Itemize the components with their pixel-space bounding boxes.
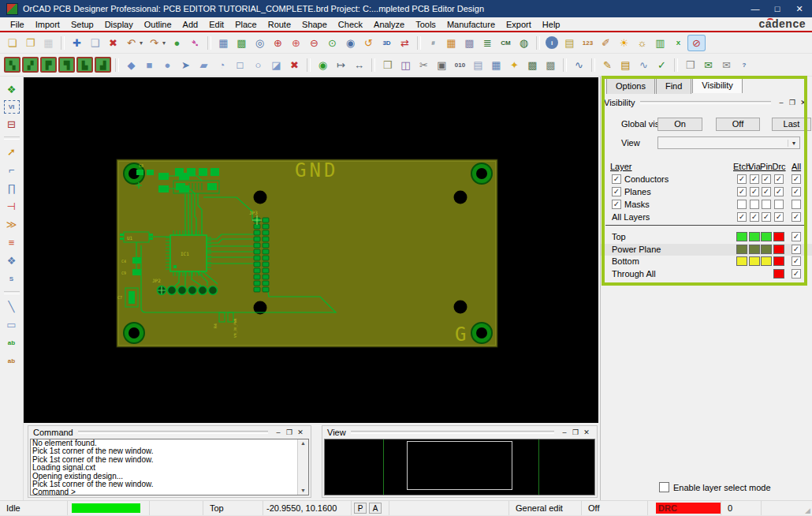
scroll-down-icon[interactable]: ▼	[300, 487, 306, 495]
pin-grid-icon[interactable]: ▩	[542, 58, 559, 73]
snapshot-icon[interactable]: ▣	[434, 58, 450, 73]
dehilight-icon[interactable]: ✐	[598, 36, 614, 50]
color-swatch-top-drc[interactable]	[773, 232, 784, 241]
cell-conductors-all[interactable]	[792, 174, 801, 184]
color-swatch-top-etch[interactable]	[736, 232, 747, 241]
visibility-preset-1-icon[interactable]: ▚	[4, 57, 20, 73]
color-swatch-bottom-via[interactable]	[749, 256, 760, 266]
delay-tune-icon[interactable]: ∏	[3, 181, 20, 196]
chevron-down-icon[interactable]: ▾	[788, 140, 799, 147]
resize-grip[interactable]: ◢	[805, 507, 810, 514]
zoom-fit-icon[interactable]: ◉	[342, 36, 359, 50]
menu-help[interactable]: Help	[537, 20, 566, 29]
cell-conductors-drc[interactable]	[774, 174, 784, 184]
close-icon[interactable]: ✕	[581, 428, 592, 436]
assign-color-icon[interactable]: ⊘	[688, 36, 705, 50]
padstack-editor-icon[interactable]: ◫	[397, 58, 414, 73]
menu-setup[interactable]: Setup	[65, 20, 99, 29]
float-icon[interactable]: ❐	[284, 428, 295, 436]
zoom-in-icon[interactable]: ⊕	[270, 36, 286, 50]
enable-layer-select-checkbox[interactable]	[659, 482, 669, 492]
menu-manufacture[interactable]: Manufacture	[441, 20, 501, 29]
custom-mode-icon[interactable]: CM	[497, 36, 514, 50]
waive-drc-icon[interactable]: ▥	[652, 36, 669, 50]
shape-shaded-icon[interactable]: ◪	[268, 58, 285, 73]
tab-visibility[interactable]: Visibility	[692, 77, 743, 93]
shape-delete-icon[interactable]: ✖	[286, 58, 303, 73]
menu-export[interactable]: Export	[501, 20, 537, 29]
cell-masks-drc[interactable]	[774, 200, 784, 209]
color-swatch-top-pin[interactable]	[761, 232, 772, 241]
cell-planes-all[interactable]	[792, 187, 801, 196]
visibility-preset-5-icon[interactable]: ▙	[76, 57, 93, 73]
menu-file[interactable]: File	[5, 20, 30, 29]
cell-all-layers-via[interactable]	[750, 212, 759, 222]
cell-power-plane-all[interactable]	[792, 245, 801, 254]
highlight-icon[interactable]: ☀	[616, 36, 632, 50]
shape-polygon-icon[interactable]: ◆	[123, 58, 140, 73]
shape-rect-frame-icon[interactable]: □	[232, 58, 248, 73]
route-bus-icon[interactable]: ⌐	[3, 163, 20, 178]
cell-all-layers-drc[interactable]	[774, 212, 784, 222]
color-swatch-top-via[interactable]	[749, 232, 760, 241]
zoom-mode-icon[interactable]: ◎	[251, 36, 268, 50]
show-element-icon[interactable]: i	[546, 36, 558, 49]
open-design-icon[interactable]: ❐	[22, 36, 39, 50]
shape-circle-icon[interactable]: ●	[159, 58, 176, 73]
row-checkbox-masks[interactable]	[612, 200, 621, 209]
zoom-window-icon[interactable]: ▦	[215, 36, 232, 50]
cell-top-all[interactable]	[792, 232, 801, 241]
visibility-preset-4-icon[interactable]: ▜	[58, 57, 75, 73]
snake-route-icon[interactable]: S	[3, 271, 20, 286]
cell-conductors-etch[interactable]	[737, 174, 747, 184]
angle-button[interactable]: A	[369, 503, 382, 514]
scroll-up-icon[interactable]: ▲	[300, 439, 306, 447]
color-swatch-through-all-drc[interactable]	[773, 269, 784, 279]
custom-smooth-icon[interactable]: ⊣	[3, 199, 20, 214]
close-icon[interactable]: ✕	[798, 99, 809, 107]
float-icon[interactable]: ❐	[570, 428, 581, 436]
undo-caret-icon[interactable]: ▾	[138, 36, 144, 50]
move-icon[interactable]: ✚	[69, 36, 85, 50]
menu-outline[interactable]: Outline	[139, 20, 177, 29]
notebook-open-icon[interactable]: ▤	[617, 58, 634, 73]
menu-route[interactable]: Route	[263, 20, 296, 29]
redo-caret-icon[interactable]: ▾	[161, 36, 167, 50]
shove-icon[interactable]: ●	[169, 36, 185, 50]
global-on-button[interactable]: On	[657, 118, 702, 131]
cell-all-layers-all[interactable]	[792, 212, 801, 222]
pliers-icon[interactable]: ✂	[415, 58, 432, 73]
viewport-rect[interactable]	[407, 441, 512, 490]
maximize-button[interactable]: □	[766, 0, 788, 17]
place-part-icon[interactable]: ❖	[3, 82, 20, 97]
drc-update-icon[interactable]: X	[670, 36, 687, 50]
add-line-icon[interactable]: ╲	[3, 299, 20, 314]
export-mail-icon[interactable]: ✉	[700, 58, 717, 73]
window-drag-bar[interactable]	[640, 101, 771, 104]
float-icon[interactable]: ❐	[787, 99, 798, 107]
zoom-previous-icon[interactable]: ⊙	[324, 36, 341, 50]
shadow-mode-icon[interactable]: ≣	[479, 36, 496, 50]
cell-through-all-all[interactable]	[792, 269, 801, 279]
color-swatch-bottom-etch[interactable]	[736, 256, 747, 266]
notebook-edit-icon[interactable]: ✎	[599, 58, 616, 73]
save-design-icon[interactable]: ▦	[40, 36, 57, 50]
help-icon[interactable]: ?	[738, 58, 751, 71]
visibility-preset-6-icon[interactable]: ▟	[95, 57, 111, 73]
report-icon[interactable]: ❒	[682, 58, 698, 73]
edit-text-icon[interactable]: ab	[3, 353, 20, 368]
command-scrollbar[interactable]: ▲ ▼	[297, 439, 308, 495]
close-button[interactable]: ✕	[788, 0, 810, 17]
menu-display[interactable]: Display	[99, 20, 139, 29]
waveform-icon[interactable]: ∿	[571, 58, 587, 73]
cell-conductors-via[interactable]	[750, 174, 759, 184]
color-swatch-bottom-drc[interactable]	[773, 256, 784, 266]
global-last-button[interactable]: Last	[772, 118, 811, 131]
color-swatch-power-plane-etch[interactable]	[736, 245, 747, 254]
show-properties-icon[interactable]: ▤	[561, 36, 578, 50]
key-command-icon[interactable]: ✦	[506, 58, 523, 73]
notebook-wave-icon[interactable]: ∿	[635, 58, 652, 73]
shape-arc-icon[interactable]: ◔	[214, 58, 230, 73]
cell-masks-pin[interactable]	[762, 200, 771, 209]
via-grid-icon[interactable]: ▩	[524, 58, 541, 73]
